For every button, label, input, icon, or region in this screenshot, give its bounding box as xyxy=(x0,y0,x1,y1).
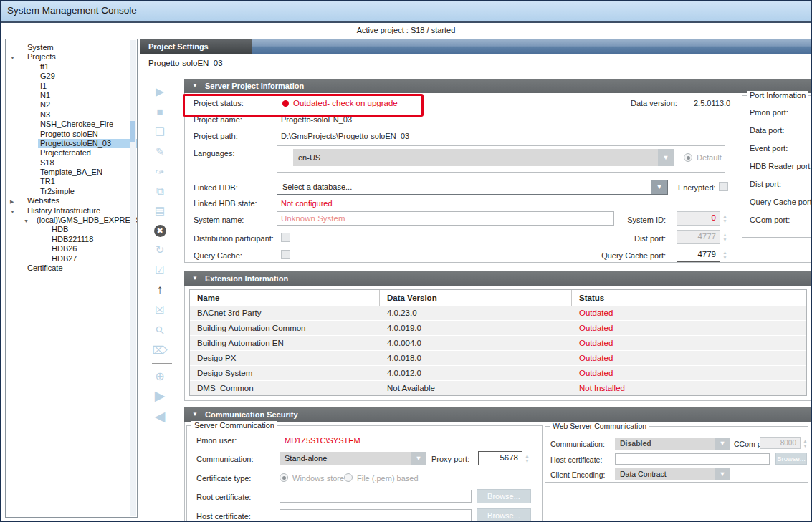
section-collapse-icon[interactable]: ▼ xyxy=(192,79,198,93)
tree-item-project[interactable]: N3 xyxy=(6,110,137,120)
encrypted-checkbox[interactable] xyxy=(719,182,728,191)
tree-item-project[interactable]: Tr2simple xyxy=(6,187,137,196)
web-communication-dropdown[interactable]: Disabled ▼ xyxy=(615,438,730,450)
table-row[interactable]: Building Automation EN 4.0.004.0 Outdate… xyxy=(190,336,806,350)
system-name-input[interactable] xyxy=(277,211,614,226)
communication-dropdown[interactable]: Stand-alone ▼ xyxy=(280,452,426,465)
port-information-title: Port Information xyxy=(747,91,808,100)
tree-item-project[interactable]: G29 xyxy=(6,72,137,81)
tree-item-project[interactable]: ff1 xyxy=(6,62,137,72)
event-port-label: Event port: xyxy=(750,144,788,153)
upgrade-project-icon[interactable]: ↑ xyxy=(140,282,180,298)
section-header-communication-security[interactable]: ▼ Communication Security xyxy=(184,407,812,422)
edit-distribution-icon[interactable]: ⧉ xyxy=(140,183,180,199)
linked-hdb-dropdown[interactable]: Select a database... ▼ xyxy=(277,180,668,195)
spinner-arrows-icon[interactable]: ▲▼ xyxy=(721,213,729,223)
table-row[interactable]: Building Automation Common 4.0.019.0 Out… xyxy=(190,321,806,335)
table-row[interactable]: BACnet 3rd Party 4.0.23.0 Outdated xyxy=(190,306,806,320)
expand-icon[interactable]: ▼ xyxy=(10,207,15,216)
tree-item-hdb-server[interactable]: ▼(local)\GMS_HDB_EXPRESS xyxy=(6,216,137,225)
tree-item-project[interactable]: TR1 xyxy=(6,177,137,186)
web-host-certificate-label: Host certificate: xyxy=(550,455,602,464)
tree-item-hdb[interactable]: HDB xyxy=(6,225,137,234)
dist-port-spinner[interactable]: 4777 xyxy=(677,230,720,244)
section-header-server-project-info[interactable]: ▼ Server Project Information xyxy=(184,79,812,93)
host-certificate-input[interactable] xyxy=(280,509,472,522)
tree-item-certificate[interactable]: Certificate xyxy=(6,264,137,273)
save-icon[interactable]: ▤ xyxy=(140,203,180,218)
back-icon[interactable]: ◀ xyxy=(140,409,180,425)
column-header-name[interactable]: Name xyxy=(190,290,380,306)
tree-item-project[interactable]: I1 xyxy=(6,82,137,91)
query-cache-port-spinner[interactable]: 4779 xyxy=(677,248,720,262)
file-pem-radio[interactable] xyxy=(344,473,353,482)
tree-item-websites[interactable]: ▶Websites xyxy=(6,196,137,206)
tree-scrollbar-thumb[interactable] xyxy=(130,121,135,142)
system-id-label: System ID: xyxy=(618,216,666,224)
table-row[interactable]: DMS_Common Not Available Not Installed xyxy=(190,381,806,395)
query-cache-checkbox[interactable] xyxy=(281,250,290,259)
host-certificate-browse-button[interactable]: Browse... xyxy=(477,508,531,522)
data-version-value: 2.5.0113.0 xyxy=(694,99,730,107)
refresh-hdb-icon[interactable]: ↻ xyxy=(140,242,180,258)
window-title: System Management Console xyxy=(7,5,137,16)
add-icon[interactable]: ⊕ xyxy=(140,369,180,385)
stop-project-icon[interactable]: ■ xyxy=(140,104,180,120)
web-host-certificate-input[interactable] xyxy=(615,453,770,465)
collapse-icon[interactable]: ▶ xyxy=(10,197,14,206)
expand-icon[interactable]: ▼ xyxy=(24,216,29,226)
edit-project-icon[interactable]: ✎ xyxy=(140,144,180,160)
forward-icon[interactable]: ▶ xyxy=(140,388,180,404)
cancel-edit-icon[interactable]: ✖ xyxy=(140,222,180,238)
tree-item-project[interactable]: Progetto-soloEN xyxy=(6,130,137,139)
spinner-arrows-icon[interactable]: ▲▼ xyxy=(801,438,809,448)
table-row[interactable]: Desigo PX 4.0.018.0 Outdated xyxy=(190,351,806,365)
selected-project-title: Progetto-soloEN_03 xyxy=(148,59,223,67)
dist-port-label: Dist port: xyxy=(618,234,666,243)
tree-item-hdb[interactable]: HDB27 xyxy=(6,254,137,264)
tree-item-history-infrastructure[interactable]: ▼History Infrastructure xyxy=(6,206,137,216)
tree-item-project[interactable]: Template_BA_EN xyxy=(6,168,137,177)
root-certificate-input[interactable] xyxy=(280,490,472,503)
validate-network-icon[interactable]: ☑ xyxy=(140,262,180,278)
root-certificate-browse-button[interactable]: Browse... xyxy=(477,489,531,503)
distribution-participant-checkbox[interactable] xyxy=(281,233,290,242)
tree-item-system[interactable]: System xyxy=(6,43,137,52)
tree-item-project[interactable]: S18 xyxy=(6,158,137,168)
tree-item-hdb[interactable]: HDB221118 xyxy=(6,235,137,244)
client-encoding-dropdown[interactable]: Data Contract ▼ xyxy=(615,468,730,480)
tree-item-project-selected[interactable]: Progetto-soloEN_03 xyxy=(6,139,137,148)
server-communication-title: Server Communication xyxy=(191,421,277,430)
spinner-arrows-icon[interactable]: ▲▼ xyxy=(721,232,729,242)
column-header-status[interactable]: Status xyxy=(572,290,770,306)
tab-project-settings[interactable]: Project Settings xyxy=(140,39,252,54)
restore-project-icon[interactable]: ❏ xyxy=(140,124,180,140)
start-project-icon[interactable]: ▶ xyxy=(140,84,180,100)
tree-scrollbar[interactable] xyxy=(130,40,136,516)
client-encoding-label: Client Encoding: xyxy=(550,470,605,479)
system-id-spinner[interactable]: 0 xyxy=(677,211,720,226)
default-language-radio[interactable] xyxy=(684,153,692,162)
tree-item-project[interactable]: N1 xyxy=(6,91,137,100)
section-collapse-icon[interactable]: ▼ xyxy=(192,271,198,286)
column-header-data-version[interactable]: Data Version xyxy=(380,290,572,306)
tree-item-project[interactable]: N2 xyxy=(6,100,137,110)
web-host-certificate-browse-button[interactable]: Browse... xyxy=(775,453,807,465)
section-collapse-icon[interactable]: ▼ xyxy=(192,407,198,422)
tree-item-hdb[interactable]: HDB26 xyxy=(6,244,137,253)
languages-dropdown[interactable]: en-US ▼ xyxy=(293,149,674,166)
windows-store-radio[interactable] xyxy=(280,473,288,482)
expand-icon[interactable]: ▼ xyxy=(10,53,15,62)
ccom-port-spinner[interactable]: 8000 xyxy=(760,437,801,449)
table-row[interactable]: Desigo System 4.0.012.0 Outdated xyxy=(190,366,806,380)
section-header-extension-info[interactable]: ▼ Extension Information xyxy=(184,271,812,286)
tree-item-projects[interactable]: ▼Projects xyxy=(6,52,137,62)
spinner-arrows-icon[interactable]: ▲▼ xyxy=(523,453,531,463)
tree-item-project[interactable]: Projectcreated xyxy=(6,148,137,158)
proxy-port-spinner[interactable]: 5678 xyxy=(478,451,522,465)
spinner-arrows-icon[interactable]: ▲▼ xyxy=(721,250,729,260)
cleanup-database-icon[interactable]: ⌦ xyxy=(140,342,180,358)
tree-item-project[interactable]: NSH_Cherokee_Fire xyxy=(6,120,137,129)
encrypted-label: Encrypted: xyxy=(678,183,716,192)
edit-system-icon[interactable]: ✑ xyxy=(140,164,180,180)
